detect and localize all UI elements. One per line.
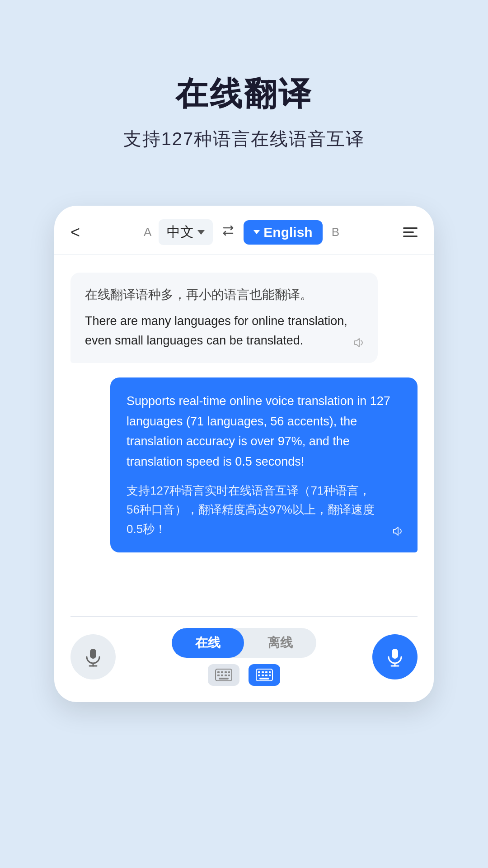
sent-message-bubble: Supports real-time online voice translat…	[110, 377, 418, 552]
svg-rect-0	[90, 649, 96, 659]
svg-rect-6	[225, 671, 227, 673]
speaker-icon[interactable]	[352, 336, 365, 352]
lang-b-indicator: B	[332, 225, 339, 239]
back-button[interactable]: <	[70, 223, 80, 242]
target-language-chevron-icon	[253, 230, 260, 234]
lang-a-indicator: A	[144, 225, 151, 239]
sent-text-chinese: 支持127种语言实时在线语音互译（71种语言，56种口音），翻译精度高达97%以…	[127, 481, 401, 539]
online-mode-button[interactable]: 在线	[172, 628, 244, 658]
source-language-selector[interactable]: 中文	[159, 219, 213, 245]
svg-rect-16	[265, 671, 267, 673]
svg-rect-20	[265, 675, 267, 676]
phone-mockup: < A 中文 English B	[54, 206, 434, 702]
bottom-bar: 在线 离线	[54, 617, 434, 702]
svg-rect-15	[262, 671, 264, 673]
keyboard-blue-button[interactable]	[249, 664, 280, 686]
svg-rect-14	[258, 671, 260, 673]
keyboard-gray-button[interactable]	[208, 664, 239, 686]
keyboard-row	[208, 664, 280, 686]
swap-languages-button[interactable]	[220, 222, 236, 242]
speaker-icon-right[interactable]	[391, 525, 404, 541]
menu-line-1	[403, 227, 418, 229]
page-subtitle: 支持127种语言在线语音互译	[27, 127, 461, 151]
sent-text-english: Supports real-time online voice translat…	[127, 391, 401, 472]
menu-line-2	[403, 231, 414, 233]
header-section: 在线翻译 支持127种语言在线语音互译	[0, 0, 488, 179]
svg-rect-7	[228, 671, 230, 673]
svg-rect-8	[217, 675, 220, 676]
menu-line-3	[403, 236, 418, 237]
original-text: 在线翻译语种多，再小的语言也能翻译。	[85, 285, 363, 304]
mic-left-button[interactable]	[70, 634, 116, 679]
svg-rect-11	[228, 675, 230, 676]
svg-rect-12	[219, 678, 229, 679]
translated-text: There are many languages for online tran…	[85, 311, 363, 350]
svg-rect-17	[269, 671, 271, 673]
page-title: 在线翻译	[27, 72, 461, 116]
svg-rect-10	[225, 675, 227, 676]
svg-rect-5	[221, 671, 223, 673]
svg-rect-23	[392, 649, 398, 659]
svg-rect-22	[259, 678, 269, 679]
svg-rect-18	[258, 675, 260, 676]
source-language-chevron-icon	[197, 230, 205, 235]
svg-rect-4	[217, 671, 220, 673]
chat-area: 在线翻译语种多，再小的语言也能翻译。 There are many langua…	[54, 255, 434, 616]
language-selector: A 中文 English B	[144, 219, 339, 245]
mode-toggle-section: 在线 离线	[125, 628, 363, 686]
svg-rect-19	[262, 675, 264, 676]
received-message-bubble: 在线翻译语种多，再小的语言也能翻译。 There are many langua…	[70, 273, 378, 363]
online-offline-toggle[interactable]: 在线 离线	[172, 628, 316, 658]
offline-mode-button[interactable]: 离线	[244, 628, 316, 658]
target-language-label: English	[263, 225, 312, 240]
source-language-label: 中文	[167, 223, 194, 241]
menu-button[interactable]	[403, 227, 418, 237]
target-language-selector[interactable]: English	[244, 220, 322, 245]
svg-rect-21	[269, 675, 271, 676]
svg-rect-9	[221, 675, 223, 676]
nav-bar: < A 中文 English B	[54, 206, 434, 255]
mic-right-button[interactable]	[372, 634, 418, 679]
